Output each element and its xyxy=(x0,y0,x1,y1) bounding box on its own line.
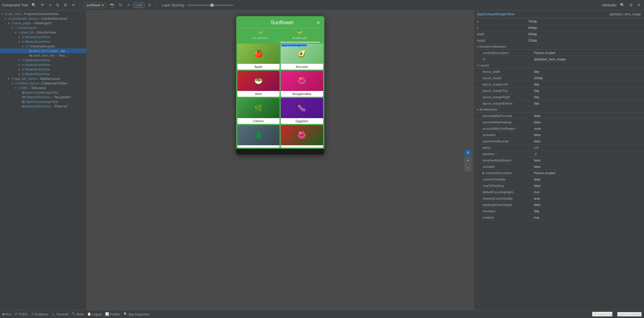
eye-button[interactable]: 👁 xyxy=(40,2,46,8)
attr-val: none xyxy=(532,125,644,131)
declared-attributes-header[interactable]: ▾ Declared Attributes xyxy=(474,44,644,50)
all-attributes-header[interactable]: ▾ All Attributes xyxy=(474,107,644,113)
layout-inspector-button[interactable]: Layout Inspector xyxy=(617,312,642,317)
tree-item[interactable]: Ab MaterialTextView – "My garden" xyxy=(0,95,86,99)
settings-button[interactable]: ⚙ xyxy=(63,2,68,8)
imageview-icon: 🖼 xyxy=(22,91,25,94)
attr-row: cropToPadding false xyxy=(474,183,644,189)
cilantro-name: Cilantro xyxy=(237,118,280,124)
rotate-button[interactable]: ↻ xyxy=(118,2,123,8)
tree-item[interactable]: ▾ ⊡ coordinator_layout – CoordinatorLayo… xyxy=(0,16,86,21)
tree-item[interactable]: 🖼 AppCompatImageView xyxy=(0,90,86,95)
tree-item[interactable]: ▾ □ FrameLayout xyxy=(0,25,86,30)
attr-key: ▶ contentDescription xyxy=(480,170,532,176)
bougainvillea-name: Bougainvillea xyxy=(281,91,323,97)
attr-val: Picture of plant xyxy=(532,170,644,176)
tree-arrow: ▾ xyxy=(5,17,8,20)
attr-row: alpha 1.0 xyxy=(474,144,644,151)
attr-val: -1 xyxy=(532,151,644,157)
plant-card-eggplant[interactable]: 🍆 Eggplant xyxy=(281,98,323,124)
tree-item[interactable]: ▾ ⊡ view_pager – ViewPager2 xyxy=(0,21,86,25)
tree-item[interactable]: ▾ ⊡ MaskedCardView xyxy=(0,35,86,39)
attr-key: enabled xyxy=(480,214,532,220)
zoom-out-button[interactable]: − xyxy=(464,164,471,171)
live-button[interactable]: LIVE xyxy=(133,3,144,8)
plant-card-cilantro[interactable]: 🌿 Cilantro xyxy=(237,98,280,124)
tree-item[interactable]: ▾ ⊡ MaskedCardView xyxy=(0,67,86,72)
plant-card-7[interactable]: 🌲 xyxy=(237,125,280,148)
tree-item[interactable]: Ab plant_item_title – "Avo..." xyxy=(0,53,86,58)
sort-button[interactable]: ⇅ xyxy=(55,2,60,8)
tree-item[interactable]: ▾ ⊡ • ConstraintLayout xyxy=(0,44,86,49)
tree-item[interactable]: ▾ ≡ plant_list – RecyclerView xyxy=(0,30,86,35)
tree-item[interactable]: 🖼 AppCompatImageView xyxy=(0,99,86,104)
run-button[interactable]: Run xyxy=(2,313,11,316)
phone-bottom-bar xyxy=(236,149,324,155)
tree-item[interactable]: ▾ ⊡ tabs – TabLayout xyxy=(0,85,86,90)
tab-bar: 🌱 MY GARDEN 🌱 PLANT LIST xyxy=(241,28,320,42)
preview-area: Sunflower ≡ 🌱 MY GARDEN 🌱 PLANT LIST xyxy=(87,10,474,310)
garden-icon: 🌱 xyxy=(258,31,263,36)
tree-item[interactable]: ▾ ⊡ app_bar_layout – AppBarLayout xyxy=(0,76,86,81)
divider1 xyxy=(80,2,80,8)
tree-item[interactable]: ▾ ⊡ toolbar_layout – CollapsingToolbar..… xyxy=(0,81,86,85)
attr-row: elevation 0dp xyxy=(474,208,644,214)
zoom-in-button[interactable]: + xyxy=(464,157,471,164)
attr-row-x: x 762dp xyxy=(474,18,644,25)
attr-key: contentDescription xyxy=(480,50,532,56)
list-button[interactable]: ≡ xyxy=(48,2,53,8)
terminal-button[interactable]: >_ Terminal xyxy=(52,313,68,316)
plant-card-bougainvillea[interactable]: 🌺 Bougainvillea xyxy=(281,71,323,97)
attr-key: id xyxy=(480,56,532,62)
profiler-button[interactable]: 📊 Profiler xyxy=(105,312,120,316)
tree-item[interactable]: ▾ ⊡ MaskedCardView xyxy=(0,58,86,62)
plant-card-beet[interactable]: 🥗 Beet xyxy=(237,71,280,97)
attr-key: alpha xyxy=(480,144,532,150)
attr-close-button[interactable]: ✕ xyxy=(636,2,642,8)
bottom-toolbar: Run ☑ TODO ⚠ Problems >_ Terminal 🔨 Buil… xyxy=(0,310,644,318)
refresh-button[interactable]: ↺ xyxy=(147,2,152,8)
attr-val: false xyxy=(532,183,644,189)
attr-row: adjustViewBounds false xyxy=(474,138,644,144)
logcat-button[interactable]: 📋 Logcat xyxy=(87,312,102,316)
tab-plant-list[interactable]: 🌱 PLANT LIST xyxy=(280,28,320,42)
attr-val: 1.0 xyxy=(532,144,644,150)
layout-section-label: Layout xyxy=(479,64,489,67)
filter-icon[interactable]: ≡ xyxy=(317,20,319,25)
attr-row-content-desc: contentDescription Picture of plant xyxy=(474,50,644,56)
problems-button[interactable]: ⚠ Problems xyxy=(31,312,48,316)
attr-settings-button[interactable]: ⚙ xyxy=(628,2,634,8)
tree-arrow: ▾ xyxy=(15,31,18,34)
todo-button[interactable]: ☑ TODO xyxy=(15,312,28,316)
attr-key: duplicateParentState xyxy=(480,202,532,208)
tabs-icon: ⊡ xyxy=(18,86,21,90)
tree-item-plant-image[interactable]: 🖼 plant_item_image – Ap... xyxy=(0,49,86,53)
plant-card-8[interactable]: 🌺 xyxy=(281,125,323,148)
search-button[interactable]: 🔍 xyxy=(30,2,37,8)
app-inspection-button[interactable]: 🔍 App Inspection xyxy=(124,312,150,316)
tab-my-garden[interactable]: 🌱 MY GARDEN xyxy=(241,28,280,42)
plant-card-apple[interactable]: 🍎 Apple xyxy=(237,44,280,70)
tree-item[interactable]: ▾ ⊡ MaskedCardView xyxy=(0,62,86,67)
event-log-button[interactable]: 📝 Event Log xyxy=(592,312,613,317)
tree-item[interactable]: ▾ ⊡ nav_host – FragmentContainerView xyxy=(0,12,86,16)
build-icon: 🔨 xyxy=(72,312,76,316)
external-button[interactable]: ↗ xyxy=(126,2,131,8)
layer-spacing-slider[interactable] xyxy=(187,5,233,6)
copy-button[interactable]: ⊡ xyxy=(464,149,471,156)
build-button[interactable]: 🔨 Build xyxy=(72,312,83,316)
tree-content: ▾ ⊡ nav_host – FragmentContainerView ▾ ⊡… xyxy=(0,10,86,310)
sunflower-dropdown[interactable]: sunflower ▾ xyxy=(83,2,106,8)
camera-button[interactable]: 📷 xyxy=(109,2,116,8)
tree-item[interactable]: Ab MaterialTextView – "Plant list" xyxy=(0,104,86,109)
close-button[interactable]: ✕ xyxy=(71,2,76,8)
tree-item[interactable]: ▾ ⊡ MaskedCardView xyxy=(0,39,86,44)
tree-item[interactable]: ▾ ⊡ MaskedCardView xyxy=(0,72,86,76)
attr-val: false xyxy=(532,202,644,208)
attr-row-width: width 594dp xyxy=(474,31,644,37)
attr-key: accessibilityLiveRegion xyxy=(480,125,532,131)
attr-search-button[interactable]: 🔍 xyxy=(619,2,626,8)
layout-section-header[interactable]: ▾ Layout xyxy=(474,62,644,68)
attr-row-margin-right: layout_marginRight 0dp xyxy=(474,94,644,100)
plant-card-avocado[interactable]: AppCompatImageView 🥑 Avocado xyxy=(281,44,323,70)
